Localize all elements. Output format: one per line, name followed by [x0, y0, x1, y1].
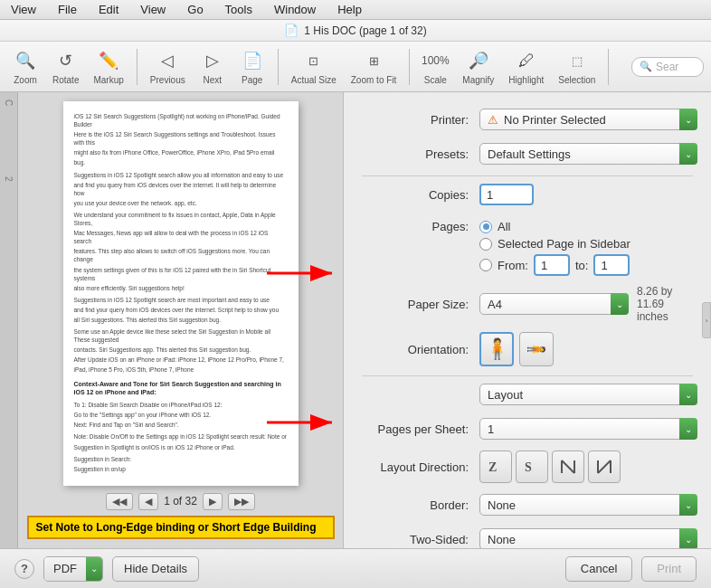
- two-sided-dropdown[interactable]: None ⌄: [479, 528, 693, 548]
- border-dropdown[interactable]: None ⌄: [479, 494, 693, 516]
- doc-line-3: might also fix from iPhone Office, Power…: [74, 148, 288, 156]
- menu-tools[interactable]: Tools: [222, 3, 256, 16]
- doc-line-20: To 1: Disable Siri Search Disable on iPh…: [74, 401, 288, 409]
- doc-line-25: Suggestion in Search:: [74, 455, 288, 463]
- presets-label: Presets:: [362, 147, 479, 161]
- zoom-label: Zoom: [14, 75, 37, 85]
- sidebar-num-c: C: [4, 100, 14, 106]
- menu-file[interactable]: File: [54, 3, 81, 16]
- doc-line-22: Next: Find and Tap on "Siri and Search".: [74, 421, 288, 429]
- border-row: Border: None ⌄: [362, 492, 693, 517]
- doc-line-2: Here is the iOS 12 Siri Search Suggestio…: [74, 130, 288, 147]
- actual-size-icon: ⊡: [301, 48, 327, 73]
- menu-view2[interactable]: View: [137, 3, 169, 16]
- presets-dropdown[interactable]: Default Settings ⌄: [479, 143, 693, 165]
- menu-go[interactable]: Go: [184, 3, 206, 16]
- menu-view[interactable]: View: [7, 3, 40, 16]
- menu-window[interactable]: Window: [270, 3, 319, 16]
- printer-dropdown[interactable]: ⚠ No Printer Selected ⌄: [479, 109, 693, 130]
- pages-per-sheet-dropdown[interactable]: 1 ⌄: [479, 418, 693, 440]
- zoom-fit-label: Zoom to Fit: [351, 75, 397, 85]
- paper-size-control: A4 ⌄ 8.26 by 11.69 inches: [479, 285, 693, 323]
- portrait-btn[interactable]: 🧍: [479, 332, 514, 366]
- doc-line-15: all Siri suggestions. This alerted this …: [74, 316, 288, 324]
- printer-label: Printer:: [362, 113, 479, 127]
- toolbar-highlight[interactable]: 🖊 Highlight: [503, 48, 549, 85]
- pages-per-sheet-arrow-icon: ⌄: [679, 418, 697, 440]
- last-page-btn[interactable]: ▶▶: [228, 493, 255, 510]
- pdf-button-label: PDF: [44, 557, 86, 581]
- right-collapse-btn[interactable]: ›: [702, 302, 711, 338]
- toolbar-rotate[interactable]: ↺ Rotate: [47, 48, 84, 85]
- toolbar-zoom-fit[interactable]: ⊞ Zoom to Fit: [346, 48, 403, 85]
- menubar: View File Edit View Go Tools Window Help: [0, 0, 711, 20]
- print-button[interactable]: Print: [641, 556, 697, 582]
- hide-details-button[interactable]: Hide Details: [112, 556, 199, 582]
- pages-range-row[interactable]: From: to:: [479, 254, 630, 276]
- search-box[interactable]: 🔍 Sear: [631, 57, 704, 77]
- toolbar-page[interactable]: 📄 Page: [234, 48, 270, 85]
- layout-dir-n2[interactable]: [588, 450, 621, 483]
- landscape-btn[interactable]: 🧍: [519, 332, 554, 366]
- titlebar: 📄 1 His DOC (page 1 of 32): [0, 20, 711, 42]
- pages-label: Pages:: [362, 220, 479, 233]
- menu-help[interactable]: Help: [334, 3, 365, 16]
- help-button[interactable]: ?: [14, 559, 34, 579]
- pdf-dropdown-arrow[interactable]: ⌄: [86, 557, 102, 581]
- copies-input[interactable]: [479, 184, 534, 205]
- pages-all-row[interactable]: All: [479, 220, 630, 233]
- pages-sidebar-radio[interactable]: [479, 238, 492, 251]
- pdf-button[interactable]: PDF ⌄: [43, 556, 103, 582]
- layout-dropdown[interactable]: Layout ⌄: [479, 384, 693, 405]
- doc-line-1: iOS 12 Siri Search Suggestions (Spotligh…: [74, 112, 288, 128]
- presets-control: Default Settings ⌄: [479, 143, 693, 165]
- toolbar-next[interactable]: ▷ Next: [194, 48, 231, 85]
- divider-2: [362, 375, 693, 376]
- previous-label: Previous: [150, 75, 185, 85]
- copies-label: Copies:: [362, 188, 479, 202]
- pages-radio-group: All Selected Page in Sidebar From: to:: [479, 220, 630, 276]
- doc-line-14: and find your query from iOS devices ove…: [74, 306, 288, 314]
- pages-all-label: All: [498, 220, 510, 233]
- toolbar: 🔍 Zoom ↺ Rotate ✏️ Markup ◁ Previous ▷ N…: [0, 42, 711, 92]
- toolbar-actual-size[interactable]: ⊡ Actual Size: [286, 48, 342, 85]
- prev-page-btn[interactable]: ◀: [138, 493, 158, 510]
- toolbar-magnify[interactable]: 🔎 Magnify: [457, 48, 499, 85]
- pages-all-radio[interactable]: [479, 221, 492, 233]
- paper-size-dropdown[interactable]: A4 ⌄: [479, 293, 624, 315]
- layout-dir-n[interactable]: [552, 450, 584, 483]
- next-page-btn[interactable]: ▶: [203, 493, 223, 510]
- toolbar-previous[interactable]: ◁ Previous: [145, 48, 191, 85]
- doc-line-7: you use your device over the network. ap…: [74, 199, 288, 207]
- toolbar-markup[interactable]: ✏️ Markup: [88, 48, 128, 85]
- layout-dir-z[interactable]: Z: [479, 450, 512, 483]
- printer-control: ⚠ No Printer Selected ⌄: [479, 109, 693, 130]
- zoom-fit-icon: ⊞: [361, 48, 386, 73]
- pages-per-sheet-control: 1 ⌄: [479, 418, 693, 440]
- doc-line-18: After Update iOS on an iPhone or iPad: i…: [74, 356, 288, 364]
- printer-warning-icon: ⚠: [488, 113, 498, 127]
- doc-line-11: the system settings given of this is for…: [74, 266, 288, 282]
- next-icon: ▷: [200, 48, 225, 73]
- first-page-btn[interactable]: ◀◀: [106, 493, 133, 510]
- menu-edit[interactable]: Edit: [95, 3, 122, 16]
- from-input[interactable]: [534, 254, 570, 276]
- toolbar-selection[interactable]: ⬚ Selection: [553, 48, 601, 85]
- toolbar-scale[interactable]: 100% Scale: [417, 48, 453, 85]
- pages-sidebar-row[interactable]: Selected Page in Sidebar: [479, 237, 630, 251]
- doc-line-21: Go to the "Settings app" on your iPhone …: [74, 411, 288, 419]
- cancel-button[interactable]: Cancel: [565, 556, 632, 582]
- to-input[interactable]: [593, 254, 630, 276]
- main-content: C 2 iOS 12 Siri Search Suggestions (Spot…: [0, 92, 711, 548]
- toolbar-zoom[interactable]: 🔍 Zoom: [7, 48, 43, 85]
- border-control: None ⌄: [479, 494, 693, 516]
- orientation-control: 🧍 🧍: [479, 332, 693, 366]
- from-label: From:: [498, 259, 528, 272]
- printer-arrow-icon: ⌄: [679, 109, 697, 130]
- border-label: Border:: [362, 498, 479, 512]
- separator-4: [608, 49, 609, 85]
- pages-range-radio[interactable]: [479, 259, 492, 271]
- doc-line-16: Some use an Apple device like these sele…: [74, 327, 288, 344]
- svg-text:S: S: [525, 460, 532, 474]
- layout-dir-s[interactable]: S: [516, 450, 548, 483]
